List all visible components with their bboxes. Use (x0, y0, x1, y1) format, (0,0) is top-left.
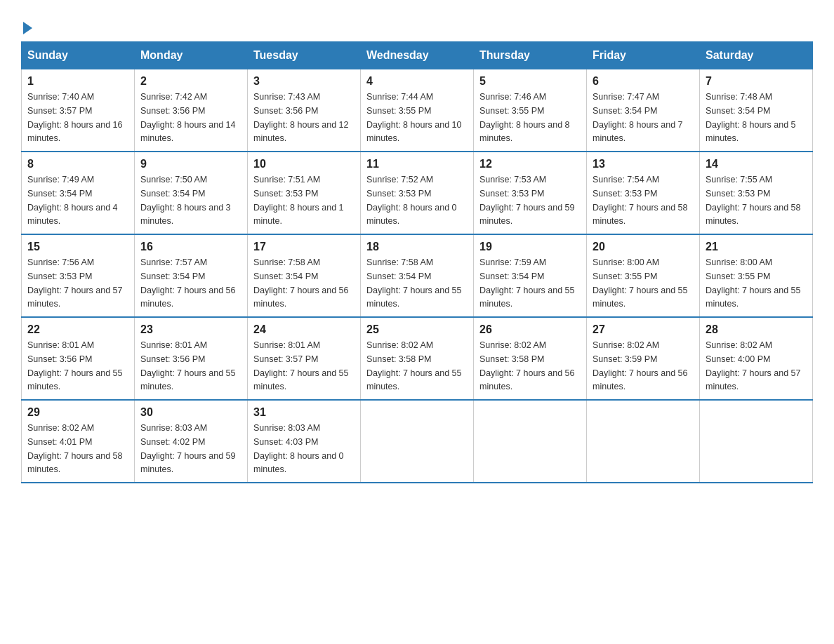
day-info: Sunrise: 7:52 AMSunset: 3:53 PMDaylight:… (366, 175, 457, 226)
day-info: Sunrise: 8:02 AMSunset: 3:58 PMDaylight:… (366, 340, 462, 391)
day-number: 16 (140, 241, 241, 253)
calendar-cell (700, 400, 813, 483)
day-number: 13 (593, 158, 694, 170)
calendar-cell: 4 Sunrise: 7:44 AMSunset: 3:55 PMDayligh… (361, 69, 474, 152)
day-info: Sunrise: 7:46 AMSunset: 3:55 PMDaylight:… (479, 92, 570, 143)
day-number: 19 (479, 241, 581, 253)
col-header-saturday: Saturday (700, 42, 813, 69)
day-info: Sunrise: 7:44 AMSunset: 3:55 PMDaylight:… (366, 92, 462, 143)
day-info: Sunrise: 7:43 AMSunset: 3:56 PMDaylight:… (253, 92, 349, 143)
col-header-friday: Friday (587, 42, 700, 69)
calendar-cell: 28 Sunrise: 8:02 AMSunset: 4:00 PMDaylig… (700, 317, 813, 400)
calendar-cell: 9 Sunrise: 7:50 AMSunset: 3:54 PMDayligh… (135, 152, 248, 234)
calendar-cell: 7 Sunrise: 7:48 AMSunset: 3:54 PMDayligh… (700, 69, 813, 152)
day-info: Sunrise: 8:02 AMSunset: 3:59 PMDaylight:… (593, 340, 688, 391)
day-number: 25 (366, 323, 468, 336)
calendar-cell: 13 Sunrise: 7:54 AMSunset: 3:53 PMDaylig… (587, 152, 700, 234)
calendar-cell: 20 Sunrise: 8:00 AMSunset: 3:55 PMDaylig… (587, 234, 700, 317)
calendar-header-row: SundayMondayTuesdayWednesdayThursdayFrid… (22, 42, 813, 69)
day-number: 8 (27, 158, 128, 170)
calendar-cell: 31 Sunrise: 8:03 AMSunset: 4:03 PMDaylig… (248, 400, 361, 483)
day-info: Sunrise: 7:40 AMSunset: 3:57 PMDaylight:… (27, 92, 123, 143)
calendar-cell: 2 Sunrise: 7:42 AMSunset: 3:56 PMDayligh… (135, 69, 248, 152)
day-info: Sunrise: 7:42 AMSunset: 3:56 PMDaylight:… (140, 92, 236, 143)
calendar-cell: 6 Sunrise: 7:47 AMSunset: 3:54 PMDayligh… (587, 69, 700, 152)
day-info: Sunrise: 8:01 AMSunset: 3:57 PMDaylight:… (253, 340, 349, 391)
day-number: 6 (593, 75, 694, 88)
day-info: Sunrise: 7:54 AMSunset: 3:53 PMDaylight:… (593, 175, 688, 226)
calendar-week-row: 22 Sunrise: 8:01 AMSunset: 3:56 PMDaylig… (22, 317, 813, 400)
calendar-cell: 21 Sunrise: 8:00 AMSunset: 3:55 PMDaylig… (700, 234, 813, 317)
calendar-cell: 24 Sunrise: 8:01 AMSunset: 3:57 PMDaylig… (248, 317, 361, 400)
calendar-week-row: 8 Sunrise: 7:49 AMSunset: 3:54 PMDayligh… (22, 152, 813, 234)
day-info: Sunrise: 7:51 AMSunset: 3:53 PMDaylight:… (253, 175, 344, 226)
calendar-cell: 10 Sunrise: 7:51 AMSunset: 3:53 PMDaylig… (248, 152, 361, 234)
day-number: 20 (593, 241, 694, 253)
day-info: Sunrise: 8:03 AMSunset: 4:03 PMDaylight:… (253, 423, 344, 474)
day-number: 4 (366, 75, 468, 88)
day-info: Sunrise: 7:53 AMSunset: 3:53 PMDaylight:… (479, 175, 575, 226)
calendar-cell: 8 Sunrise: 7:49 AMSunset: 3:54 PMDayligh… (22, 152, 135, 234)
calendar-cell: 18 Sunrise: 7:58 AMSunset: 3:54 PMDaylig… (361, 234, 474, 317)
calendar-cell: 12 Sunrise: 7:53 AMSunset: 3:53 PMDaylig… (474, 152, 587, 234)
calendar-cell (587, 400, 700, 483)
calendar-cell: 25 Sunrise: 8:02 AMSunset: 3:58 PMDaylig… (361, 317, 474, 400)
col-header-wednesday: Wednesday (361, 42, 474, 69)
calendar-cell: 5 Sunrise: 7:46 AMSunset: 3:55 PMDayligh… (474, 69, 587, 152)
day-number: 3 (253, 75, 355, 88)
day-info: Sunrise: 8:02 AMSunset: 4:01 PMDaylight:… (27, 423, 123, 474)
col-header-monday: Monday (135, 42, 248, 69)
calendar-cell: 16 Sunrise: 7:57 AMSunset: 3:54 PMDaylig… (135, 234, 248, 317)
col-header-sunday: Sunday (22, 42, 135, 69)
calendar-table: SundayMondayTuesdayWednesdayThursdayFrid… (21, 41, 813, 483)
day-info: Sunrise: 7:57 AMSunset: 3:54 PMDaylight:… (140, 257, 236, 309)
day-number: 5 (479, 75, 581, 88)
day-number: 27 (593, 323, 694, 336)
day-number: 31 (253, 406, 355, 419)
day-info: Sunrise: 7:58 AMSunset: 3:54 PMDaylight:… (366, 257, 462, 309)
logo (21, 21, 32, 34)
calendar-cell: 11 Sunrise: 7:52 AMSunset: 3:53 PMDaylig… (361, 152, 474, 234)
day-info: Sunrise: 8:03 AMSunset: 4:02 PMDaylight:… (140, 423, 236, 474)
day-number: 23 (140, 323, 241, 336)
day-number: 2 (140, 75, 241, 88)
day-info: Sunrise: 7:48 AMSunset: 3:54 PMDaylight:… (706, 92, 796, 143)
calendar-week-row: 15 Sunrise: 7:56 AMSunset: 3:53 PMDaylig… (22, 234, 813, 317)
day-info: Sunrise: 7:59 AMSunset: 3:54 PMDaylight:… (479, 257, 575, 309)
day-number: 29 (27, 406, 128, 419)
day-info: Sunrise: 8:02 AMSunset: 4:00 PMDaylight:… (706, 340, 801, 391)
calendar-cell: 26 Sunrise: 8:02 AMSunset: 3:58 PMDaylig… (474, 317, 587, 400)
logo-arrow-icon (23, 22, 32, 34)
day-number: 11 (366, 158, 468, 170)
calendar-cell (474, 400, 587, 483)
calendar-cell: 23 Sunrise: 8:01 AMSunset: 3:56 PMDaylig… (135, 317, 248, 400)
day-number: 17 (253, 241, 355, 253)
day-info: Sunrise: 7:55 AMSunset: 3:53 PMDaylight:… (706, 175, 801, 226)
day-number: 30 (140, 406, 241, 419)
calendar-cell (361, 400, 474, 483)
day-info: Sunrise: 8:00 AMSunset: 3:55 PMDaylight:… (593, 257, 688, 309)
day-number: 9 (140, 158, 241, 170)
day-number: 12 (479, 158, 581, 170)
col-header-tuesday: Tuesday (248, 42, 361, 69)
day-number: 1 (27, 75, 128, 88)
calendar-cell: 22 Sunrise: 8:01 AMSunset: 3:56 PMDaylig… (22, 317, 135, 400)
calendar-cell: 15 Sunrise: 7:56 AMSunset: 3:53 PMDaylig… (22, 234, 135, 317)
day-number: 22 (27, 323, 128, 336)
day-info: Sunrise: 7:47 AMSunset: 3:54 PMDaylight:… (593, 92, 683, 143)
day-number: 26 (479, 323, 581, 336)
calendar-cell: 27 Sunrise: 8:02 AMSunset: 3:59 PMDaylig… (587, 317, 700, 400)
day-info: Sunrise: 8:01 AMSunset: 3:56 PMDaylight:… (140, 340, 236, 391)
day-number: 28 (706, 323, 807, 336)
day-number: 24 (253, 323, 355, 336)
calendar-cell: 19 Sunrise: 7:59 AMSunset: 3:54 PMDaylig… (474, 234, 587, 317)
calendar-week-row: 29 Sunrise: 8:02 AMSunset: 4:01 PMDaylig… (22, 400, 813, 483)
day-info: Sunrise: 8:00 AMSunset: 3:55 PMDaylight:… (706, 257, 801, 309)
calendar-cell: 30 Sunrise: 8:03 AMSunset: 4:02 PMDaylig… (135, 400, 248, 483)
day-info: Sunrise: 7:49 AMSunset: 3:54 PMDaylight:… (27, 175, 118, 226)
day-info: Sunrise: 7:50 AMSunset: 3:54 PMDaylight:… (140, 175, 231, 226)
day-number: 18 (366, 241, 468, 253)
calendar-cell: 3 Sunrise: 7:43 AMSunset: 3:56 PMDayligh… (248, 69, 361, 152)
day-info: Sunrise: 8:01 AMSunset: 3:56 PMDaylight:… (27, 340, 123, 391)
day-info: Sunrise: 7:56 AMSunset: 3:53 PMDaylight:… (27, 257, 123, 309)
